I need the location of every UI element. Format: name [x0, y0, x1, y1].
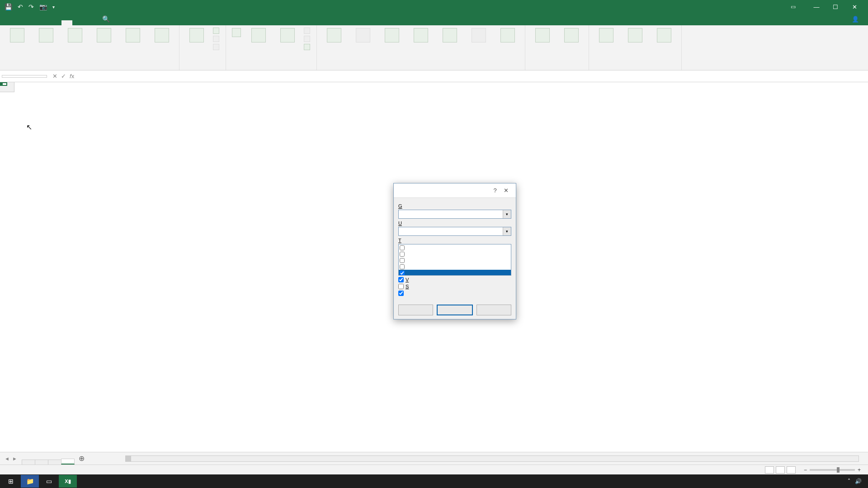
- pagebreak-label: S: [406, 284, 409, 289]
- search-icon: 🔍: [102, 15, 110, 23]
- name-box[interactable]: [2, 75, 47, 78]
- pagebreak-checkbox[interactable]: [398, 284, 404, 289]
- group-label: [529, 68, 585, 69]
- relationships-button: [465, 27, 492, 44]
- flash-fill-button: [349, 27, 377, 44]
- taskbar: ⊞ 📁 ▭ X▮ ˄ 🔊: [0, 474, 868, 488]
- status-bar: − +: [0, 465, 868, 474]
- cancel-formula-icon: ✕: [52, 73, 57, 80]
- enter-formula-icon: ✓: [61, 73, 66, 80]
- ribbon-display-icon[interactable]: ▭: [791, 4, 796, 10]
- save-icon[interactable]: 💾: [5, 3, 12, 10]
- close-button[interactable]: ✕: [845, 0, 863, 13]
- zoom-slider[interactable]: [810, 469, 855, 471]
- data-validation-button[interactable]: [407, 27, 434, 44]
- sort-button[interactable]: [245, 27, 272, 44]
- tab-datei[interactable]: [3, 20, 14, 25]
- maximize-button[interactable]: ☐: [826, 0, 844, 13]
- group-label: [183, 68, 222, 69]
- task-icon[interactable]: ▭: [40, 475, 58, 488]
- fill-handle[interactable]: [0, 82, 3, 85]
- explorer-icon[interactable]: 📁: [21, 475, 39, 488]
- from-text-csv-button[interactable]: [33, 27, 60, 44]
- tab-seitenlayout[interactable]: [38, 20, 49, 25]
- list-item: [399, 244, 511, 251]
- sheet-tab-mitarbeiter[interactable]: [22, 460, 35, 465]
- tab-formeln[interactable]: [50, 20, 61, 25]
- replace-label: V: [406, 277, 409, 282]
- zoom-in-button[interactable]: +: [858, 467, 861, 473]
- zoom-out-button[interactable]: −: [804, 467, 807, 473]
- group-by-combo[interactable]: ▾: [398, 210, 511, 219]
- excel-taskbar-icon[interactable]: X▮: [59, 475, 77, 488]
- tray-volume-icon[interactable]: 🔊: [855, 478, 862, 484]
- redo-icon[interactable]: ↷: [28, 3, 34, 10]
- remove-duplicates-button[interactable]: [378, 27, 406, 44]
- list-item-selected: [399, 270, 511, 276]
- tab-daten[interactable]: [61, 20, 72, 25]
- from-table-button[interactable]: [90, 27, 118, 44]
- undo-icon[interactable]: ↶: [18, 3, 23, 10]
- tray-chevron-icon[interactable]: ˄: [848, 478, 850, 484]
- fx-icon[interactable]: fx: [70, 73, 74, 80]
- tab-start[interactable]: [14, 20, 25, 25]
- advanced-filter-button[interactable]: [303, 43, 313, 51]
- chevron-down-icon[interactable]: ▾: [503, 227, 511, 235]
- horizontal-scrollbar[interactable]: [125, 455, 859, 462]
- get-data-button[interactable]: [4, 27, 31, 44]
- title-bar: 💾 ↶ ↷ 📷 ▾ ▭ — ☐ ✕: [0, 0, 868, 14]
- text-to-columns-button[interactable]: [321, 27, 348, 44]
- ribbon-tabs: 🔍 👤: [0, 14, 868, 25]
- tab-ansicht[interactable]: [85, 20, 96, 25]
- replace-checkbox[interactable]: [398, 277, 404, 282]
- ok-button[interactable]: [437, 305, 472, 315]
- sheet-tab-quartal[interactable]: [61, 459, 75, 465]
- cancel-button[interactable]: [476, 305, 511, 315]
- camera-icon[interactable]: 📷: [39, 3, 47, 10]
- dialog-help-button[interactable]: ?: [490, 187, 500, 194]
- group-label: [593, 68, 678, 69]
- ribbon: [0, 25, 868, 70]
- consolidate-button[interactable]: [436, 27, 463, 44]
- ungroup-button[interactable]: [622, 27, 649, 44]
- from-web-button[interactable]: [61, 27, 89, 44]
- list-item: [399, 257, 511, 263]
- remove-all-button[interactable]: [398, 305, 433, 315]
- cursor-icon: ↖: [26, 123, 32, 131]
- below-data-checkbox[interactable]: [398, 291, 404, 296]
- add-subtotal-listbox[interactable]: [398, 244, 511, 276]
- view-normal-button[interactable]: [765, 466, 774, 474]
- add-sheet-button[interactable]: ⊕: [74, 452, 89, 465]
- forecast-sheet-button[interactable]: [558, 27, 585, 44]
- recent-sources-button[interactable]: [119, 27, 146, 44]
- refresh-all-button[interactable]: [183, 27, 210, 44]
- what-if-button[interactable]: [529, 27, 556, 44]
- formula-input[interactable]: [78, 75, 868, 77]
- view-pagebreak-button[interactable]: [787, 466, 796, 474]
- existing-connections-button[interactable]: [148, 27, 175, 44]
- start-menu-button[interactable]: ⊞: [2, 475, 20, 488]
- sheet-nav-first-icon[interactable]: ◄: [5, 456, 9, 461]
- data-model-button[interactable]: [494, 27, 521, 44]
- group-label: [4, 68, 175, 69]
- view-pagelayout-button[interactable]: [776, 466, 785, 474]
- function-combo[interactable]: ▾: [398, 227, 511, 236]
- tab-ueberpruefen[interactable]: [73, 20, 84, 25]
- filter-button[interactable]: [274, 27, 301, 44]
- chevron-down-icon[interactable]: ▾: [503, 210, 511, 218]
- sheet-tab-produkt[interactable]: [35, 460, 48, 465]
- queries-connections-button[interactable]: [212, 27, 222, 34]
- qat-more-icon[interactable]: ▾: [52, 5, 55, 9]
- group-label: [321, 68, 521, 69]
- use-function-label: U: [398, 221, 511, 226]
- sheet-tab-strip: ◄ ► ⊕: [0, 452, 868, 465]
- sheet-nav-last-icon[interactable]: ►: [12, 456, 17, 461]
- group-button[interactable]: [593, 27, 620, 44]
- sort-az-button[interactable]: [230, 27, 243, 39]
- minimize-button[interactable]: —: [807, 0, 826, 13]
- edit-links-button: [212, 43, 222, 51]
- tab-einfuegen[interactable]: [26, 20, 37, 25]
- subtotal-button[interactable]: [651, 27, 678, 44]
- dialog-close-button[interactable]: ✕: [500, 187, 511, 194]
- sheet-tab-monat[interactable]: [48, 460, 61, 465]
